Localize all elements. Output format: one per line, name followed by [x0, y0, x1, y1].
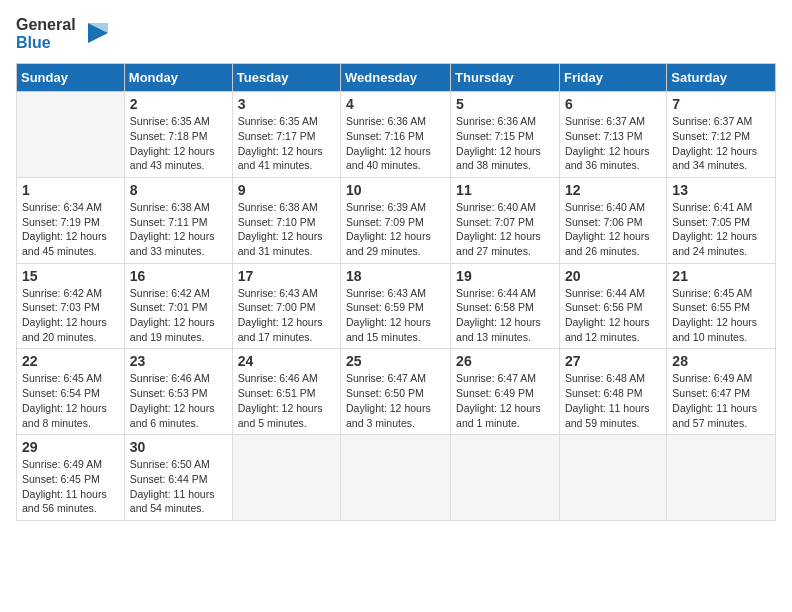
calendar-cell: 12Sunrise: 6:40 AM Sunset: 7:06 PM Dayli… [559, 177, 666, 263]
day-number: 8 [130, 182, 227, 198]
day-info: Sunrise: 6:47 AM Sunset: 6:50 PM Dayligh… [346, 371, 445, 430]
calendar-cell: 9Sunrise: 6:38 AM Sunset: 7:10 PM Daylig… [232, 177, 340, 263]
day-info: Sunrise: 6:46 AM Sunset: 6:51 PM Dayligh… [238, 371, 335, 430]
day-number: 25 [346, 353, 445, 369]
calendar-cell [341, 435, 451, 521]
logo-arrow-icon [80, 19, 110, 49]
page-header: General Blue [16, 16, 776, 51]
day-number: 6 [565, 96, 661, 112]
calendar-cell: 17Sunrise: 6:43 AM Sunset: 7:00 PM Dayli… [232, 263, 340, 349]
calendar-cell [232, 435, 340, 521]
calendar-cell: 11Sunrise: 6:40 AM Sunset: 7:07 PM Dayli… [451, 177, 560, 263]
day-number: 29 [22, 439, 119, 455]
calendar-cell: 2Sunrise: 6:35 AM Sunset: 7:18 PM Daylig… [124, 92, 232, 178]
day-info: Sunrise: 6:49 AM Sunset: 6:47 PM Dayligh… [672, 371, 770, 430]
calendar-cell: 21Sunrise: 6:45 AM Sunset: 6:55 PM Dayli… [667, 263, 776, 349]
day-number: 27 [565, 353, 661, 369]
day-info: Sunrise: 6:44 AM Sunset: 6:56 PM Dayligh… [565, 286, 661, 345]
day-info: Sunrise: 6:37 AM Sunset: 7:13 PM Dayligh… [565, 114, 661, 173]
day-number: 22 [22, 353, 119, 369]
logo-general: General [16, 16, 76, 34]
day-number: 18 [346, 268, 445, 284]
day-number: 16 [130, 268, 227, 284]
calendar-cell: 8Sunrise: 6:38 AM Sunset: 7:11 PM Daylig… [124, 177, 232, 263]
day-info: Sunrise: 6:43 AM Sunset: 6:59 PM Dayligh… [346, 286, 445, 345]
day-number: 5 [456, 96, 554, 112]
calendar-cell: 23Sunrise: 6:46 AM Sunset: 6:53 PM Dayli… [124, 349, 232, 435]
day-number: 11 [456, 182, 554, 198]
day-info: Sunrise: 6:38 AM Sunset: 7:11 PM Dayligh… [130, 200, 227, 259]
day-info: Sunrise: 6:47 AM Sunset: 6:49 PM Dayligh… [456, 371, 554, 430]
calendar-cell: 19Sunrise: 6:44 AM Sunset: 6:58 PM Dayli… [451, 263, 560, 349]
day-number: 30 [130, 439, 227, 455]
day-number: 24 [238, 353, 335, 369]
day-info: Sunrise: 6:40 AM Sunset: 7:07 PM Dayligh… [456, 200, 554, 259]
day-info: Sunrise: 6:38 AM Sunset: 7:10 PM Dayligh… [238, 200, 335, 259]
day-number: 3 [238, 96, 335, 112]
calendar-cell: 27Sunrise: 6:48 AM Sunset: 6:48 PM Dayli… [559, 349, 666, 435]
day-info: Sunrise: 6:41 AM Sunset: 7:05 PM Dayligh… [672, 200, 770, 259]
calendar-cell: 1Sunrise: 6:34 AM Sunset: 7:19 PM Daylig… [17, 177, 125, 263]
calendar-cell: 5Sunrise: 6:36 AM Sunset: 7:15 PM Daylig… [451, 92, 560, 178]
day-number: 12 [565, 182, 661, 198]
calendar-cell: 25Sunrise: 6:47 AM Sunset: 6:50 PM Dayli… [341, 349, 451, 435]
day-info: Sunrise: 6:46 AM Sunset: 6:53 PM Dayligh… [130, 371, 227, 430]
day-info: Sunrise: 6:48 AM Sunset: 6:48 PM Dayligh… [565, 371, 661, 430]
day-info: Sunrise: 6:35 AM Sunset: 7:17 PM Dayligh… [238, 114, 335, 173]
day-number: 19 [456, 268, 554, 284]
day-number: 21 [672, 268, 770, 284]
column-header-friday: Friday [559, 64, 666, 92]
calendar-cell: 22Sunrise: 6:45 AM Sunset: 6:54 PM Dayli… [17, 349, 125, 435]
day-info: Sunrise: 6:43 AM Sunset: 7:00 PM Dayligh… [238, 286, 335, 345]
column-header-monday: Monday [124, 64, 232, 92]
calendar-cell: 3Sunrise: 6:35 AM Sunset: 7:17 PM Daylig… [232, 92, 340, 178]
day-number: 15 [22, 268, 119, 284]
day-number: 23 [130, 353, 227, 369]
day-info: Sunrise: 6:37 AM Sunset: 7:12 PM Dayligh… [672, 114, 770, 173]
calendar-table: SundayMondayTuesdayWednesdayThursdayFrid… [16, 63, 776, 521]
day-info: Sunrise: 6:50 AM Sunset: 6:44 PM Dayligh… [130, 457, 227, 516]
calendar-cell: 20Sunrise: 6:44 AM Sunset: 6:56 PM Dayli… [559, 263, 666, 349]
logo: General Blue [16, 16, 110, 51]
day-info: Sunrise: 6:36 AM Sunset: 7:15 PM Dayligh… [456, 114, 554, 173]
day-info: Sunrise: 6:45 AM Sunset: 6:55 PM Dayligh… [672, 286, 770, 345]
day-number: 17 [238, 268, 335, 284]
column-header-sunday: Sunday [17, 64, 125, 92]
day-info: Sunrise: 6:42 AM Sunset: 7:01 PM Dayligh… [130, 286, 227, 345]
calendar-cell [17, 92, 125, 178]
day-number: 4 [346, 96, 445, 112]
calendar-cell: 26Sunrise: 6:47 AM Sunset: 6:49 PM Dayli… [451, 349, 560, 435]
calendar-cell [559, 435, 666, 521]
logo-blue: Blue [16, 34, 76, 52]
column-header-wednesday: Wednesday [341, 64, 451, 92]
day-info: Sunrise: 6:35 AM Sunset: 7:18 PM Dayligh… [130, 114, 227, 173]
day-number: 26 [456, 353, 554, 369]
calendar-cell: 7Sunrise: 6:37 AM Sunset: 7:12 PM Daylig… [667, 92, 776, 178]
calendar-cell: 15Sunrise: 6:42 AM Sunset: 7:03 PM Dayli… [17, 263, 125, 349]
calendar-cell [667, 435, 776, 521]
day-info: Sunrise: 6:45 AM Sunset: 6:54 PM Dayligh… [22, 371, 119, 430]
day-number: 13 [672, 182, 770, 198]
day-number: 7 [672, 96, 770, 112]
calendar-cell: 30Sunrise: 6:50 AM Sunset: 6:44 PM Dayli… [124, 435, 232, 521]
calendar-cell: 13Sunrise: 6:41 AM Sunset: 7:05 PM Dayli… [667, 177, 776, 263]
day-info: Sunrise: 6:39 AM Sunset: 7:09 PM Dayligh… [346, 200, 445, 259]
day-number: 10 [346, 182, 445, 198]
calendar-cell: 29Sunrise: 6:49 AM Sunset: 6:45 PM Dayli… [17, 435, 125, 521]
calendar-cell [451, 435, 560, 521]
calendar-cell: 6Sunrise: 6:37 AM Sunset: 7:13 PM Daylig… [559, 92, 666, 178]
column-header-thursday: Thursday [451, 64, 560, 92]
column-header-saturday: Saturday [667, 64, 776, 92]
calendar-cell: 24Sunrise: 6:46 AM Sunset: 6:51 PM Dayli… [232, 349, 340, 435]
day-info: Sunrise: 6:36 AM Sunset: 7:16 PM Dayligh… [346, 114, 445, 173]
day-number: 1 [22, 182, 119, 198]
day-info: Sunrise: 6:44 AM Sunset: 6:58 PM Dayligh… [456, 286, 554, 345]
column-header-tuesday: Tuesday [232, 64, 340, 92]
day-number: 2 [130, 96, 227, 112]
day-info: Sunrise: 6:49 AM Sunset: 6:45 PM Dayligh… [22, 457, 119, 516]
calendar-cell: 10Sunrise: 6:39 AM Sunset: 7:09 PM Dayli… [341, 177, 451, 263]
calendar-cell: 4Sunrise: 6:36 AM Sunset: 7:16 PM Daylig… [341, 92, 451, 178]
calendar-cell: 16Sunrise: 6:42 AM Sunset: 7:01 PM Dayli… [124, 263, 232, 349]
day-info: Sunrise: 6:42 AM Sunset: 7:03 PM Dayligh… [22, 286, 119, 345]
calendar-cell: 28Sunrise: 6:49 AM Sunset: 6:47 PM Dayli… [667, 349, 776, 435]
